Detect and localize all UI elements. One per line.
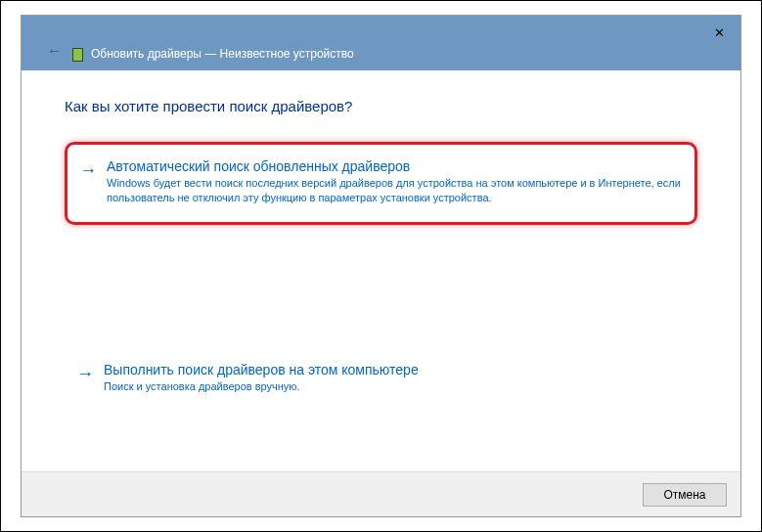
option-body: Выполнить поиск драйверов на этом компью… — [104, 362, 686, 394]
content-area: Как вы хотите провести поиск драйверов? … — [22, 70, 740, 471]
option-title: Автоматический поиск обновленных драйвер… — [107, 158, 683, 174]
dialog-window: ✕ ← Обновить драйверы — Неизвестное устр… — [21, 15, 741, 517]
close-icon[interactable]: ✕ — [709, 23, 729, 43]
arrow-right-icon: → — [79, 160, 97, 181]
arrow-right-icon: → — [76, 364, 94, 384]
option-description: Поиск и установка драйверов вручную. — [104, 379, 686, 394]
page-heading: Как вы хотите провести поиск драйверов? — [65, 98, 697, 114]
titlebar: ✕ ← Обновить драйверы — Неизвестное устр… — [22, 16, 740, 70]
option-title: Выполнить поиск драйверов на этом компью… — [104, 362, 686, 377]
option-description: Windows будет вести поиск последних верс… — [107, 176, 683, 206]
device-icon — [72, 48, 83, 62]
dialog-footer: Отмена — [22, 471, 740, 516]
back-arrow-icon[interactable]: ← — [47, 42, 63, 60]
window-title: Обновить драйверы — Неизвестное устройст… — [91, 47, 354, 61]
cancel-button[interactable]: Отмена — [643, 483, 727, 507]
option-auto-search[interactable]: → Автоматический поиск обновленных драйв… — [65, 142, 697, 225]
option-browse-computer[interactable]: → Выполнить поиск драйверов на этом комп… — [65, 352, 697, 404]
option-body: Автоматический поиск обновленных драйвер… — [107, 158, 683, 206]
